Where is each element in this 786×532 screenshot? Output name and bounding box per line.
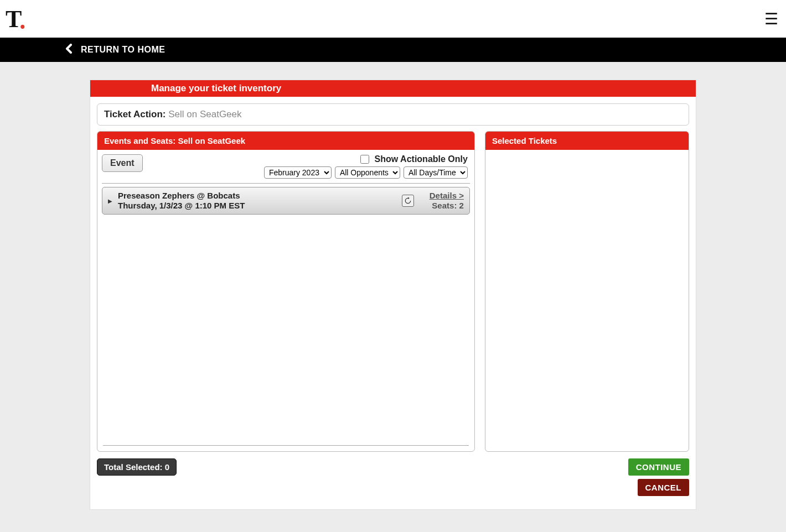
actionable-label: Show Actionable Only [375,154,468,164]
top-header: T. ☰ [0,0,786,38]
event-details-link[interactable]: Details > [430,191,464,201]
events-panel-body: Event Show Actionable Only February 2023… [97,150,474,451]
month-select[interactable]: February 2023 [264,166,332,179]
actionable-checkbox[interactable] [360,155,369,164]
opponent-select[interactable]: All Opponents [335,166,400,179]
daytime-select[interactable]: All Days/Time [404,166,468,179]
page-title: Manage your ticket inventory [90,80,696,97]
nav-bar: RETURN TO HOME [0,38,786,62]
return-home-link[interactable]: RETURN TO HOME [65,44,165,56]
event-meta: Details > Seats: 2 [430,191,464,211]
filter-row: Event Show Actionable Only February 2023… [102,154,470,184]
logo-dot: . [19,9,24,33]
events-panel-header: Events and Seats: Sell on SeatGeek [97,132,474,150]
caret-right-icon: ▶ [108,198,112,204]
action-buttons: CONTINUE CANCEL [628,458,689,496]
event-datetime: Thursday, 1/3/23 @ 1:10 PM EST [118,201,245,211]
logo-text: T [6,5,20,33]
columns: Events and Seats: Sell on SeatGeek Event… [90,131,696,452]
panel-divider [103,445,469,446]
main-container: Manage your ticket inventory Ticket Acti… [90,80,696,510]
filter-controls: Show Actionable Only February 2023 All O… [264,154,468,179]
return-home-label: RETURN TO HOME [81,45,165,55]
total-selected-badge: Total Selected: 0 [97,458,177,476]
logo[interactable]: T. [6,5,24,33]
event-info: Preseason Zephers @ Bobcats Thursday, 1/… [118,191,245,211]
selected-panel-header: Selected Tickets [485,132,689,150]
continue-button[interactable]: CONTINUE [628,458,689,476]
selected-panel-body [485,150,689,451]
event-row[interactable]: ▶ Preseason Zephers @ Bobcats Thursday, … [102,187,470,215]
event-seats: Seats: 2 [430,201,464,211]
ticket-action-box: Ticket Action: Sell on SeatGeek [97,103,689,126]
refresh-icon[interactable] [402,195,414,207]
chevron-left-icon [65,44,73,56]
ticket-action-value: Sell on SeatGeek [168,109,241,119]
ticket-action-label: Ticket Action: [104,109,166,119]
hamburger-icon[interactable]: ☰ [764,10,778,28]
events-panel: Events and Seats: Sell on SeatGeek Event… [97,131,475,452]
page-body: Manage your ticket inventory Ticket Acti… [0,62,786,510]
event-button[interactable]: Event [102,154,143,172]
selected-panel: Selected Tickets [485,131,689,452]
event-title: Preseason Zephers @ Bobcats [118,191,245,201]
filter-selects: February 2023 All Opponents All Days/Tim… [264,166,468,179]
footer-row: Total Selected: 0 CONTINUE CANCEL [90,452,696,496]
cancel-button[interactable]: CANCEL [638,479,690,496]
actionable-toggle[interactable]: Show Actionable Only [360,154,468,164]
